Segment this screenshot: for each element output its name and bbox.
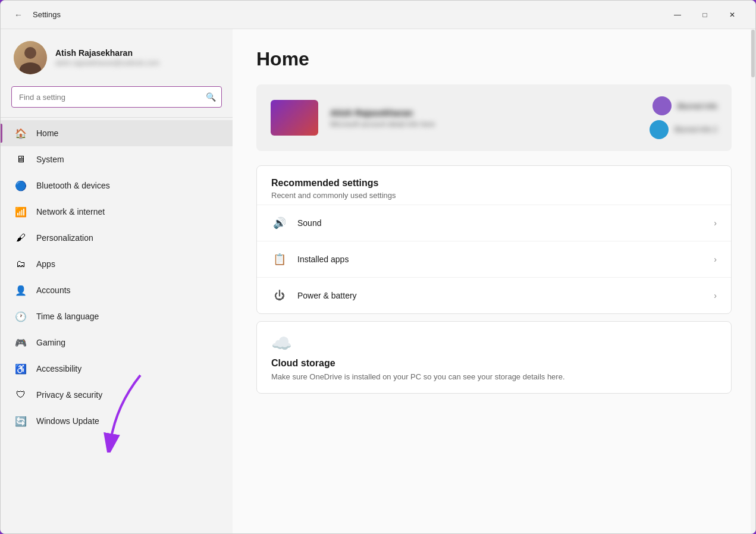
- power-label: Power & battery: [297, 291, 704, 300]
- maximize-button[interactable]: □: [691, 5, 719, 24]
- title-bar-left: ← Settings: [10, 7, 664, 23]
- privacy-icon: 🛡: [14, 388, 28, 402]
- avatar-image: [14, 41, 47, 74]
- sidebar-item-label-accessibility: Accessibility: [36, 364, 81, 373]
- window-title: Settings: [33, 10, 61, 19]
- recommended-title: Recommended settings: [271, 178, 717, 189]
- sidebar-item-label-home: Home: [36, 128, 58, 138]
- sidebar-item-label-apps: Apps: [36, 259, 55, 269]
- sidebar-item-network[interactable]: 📶Network & internet: [1, 199, 233, 225]
- sidebar-item-accounts[interactable]: 👤Accounts: [1, 277, 233, 303]
- main-layout: Atish Rajasekharan atish.rajasekharan@ou…: [1, 29, 755, 533]
- installed_apps-label: Installed apps: [297, 255, 704, 264]
- setting-row-power[interactable]: ⏻Power & battery›: [257, 277, 731, 313]
- accounts-icon: 👤: [14, 283, 28, 297]
- home-icon: 🏠: [14, 126, 28, 140]
- update-icon: 🔄: [14, 414, 28, 428]
- cloud-icon: ☁️: [271, 334, 717, 353]
- cloud-description: Make sure OneDrive is installed on your …: [271, 372, 717, 381]
- close-button[interactable]: ✕: [719, 5, 746, 24]
- gaming-icon: 🎮: [14, 335, 28, 350]
- sidebar-item-apps[interactable]: 🗂Apps: [1, 251, 233, 277]
- bluetooth-icon: 🔵: [14, 178, 28, 193]
- search-box: 🔍: [11, 86, 222, 108]
- sidebar-item-home[interactable]: 🏠Home: [1, 120, 233, 146]
- sound-label: Sound: [297, 218, 704, 228]
- sound-chevron-icon: ›: [714, 218, 717, 228]
- user-info: Atish Rajasekharan atish.rajasekharan@ou…: [55, 48, 219, 67]
- settings-rows-container: 🔊Sound›📋Installed apps›⏻Power & battery›: [257, 205, 731, 313]
- sidebar-item-personalization[interactable]: 🖌Personalization: [1, 225, 233, 251]
- sidebar-item-label-network: Network & internet: [36, 207, 105, 216]
- recommended-header: Recommended settings Recent and commonly…: [257, 166, 731, 205]
- sidebar-item-bluetooth[interactable]: 🔵Bluetooth & devices: [1, 172, 233, 199]
- nav-items-container: 🏠Home🖥System🔵Bluetooth & devices📶Network…: [1, 120, 233, 434]
- installed_apps-chevron-icon: ›: [714, 255, 717, 264]
- sidebar: Atish Rajasekharan atish.rajasekharan@ou…: [1, 29, 233, 533]
- apps-icon: 🗂: [14, 257, 28, 271]
- content-inner: Home Atish Rajasekharan Microsoft accoun…: [233, 29, 755, 420]
- accessibility-icon: ♿: [14, 362, 28, 376]
- profile-card-detail: Microsoft account detail info here: [330, 120, 638, 128]
- sidebar-divider: [1, 117, 233, 118]
- scrollbar-thumb[interactable]: [751, 30, 755, 77]
- sidebar-item-gaming[interactable]: 🎮Gaming: [1, 329, 233, 356]
- cloud-storage-card[interactable]: ☁️ Cloud storage Make sure OneDrive is i…: [256, 321, 732, 394]
- sidebar-item-label-privacy: Privacy & security: [36, 390, 102, 400]
- page-title: Home: [256, 48, 732, 70]
- main-content: Home Atish Rajasekharan Microsoft accoun…: [233, 29, 755, 533]
- personalization-icon: 🖌: [14, 231, 28, 245]
- minimize-button[interactable]: —: [664, 5, 691, 24]
- cloud-title: Cloud storage: [271, 358, 717, 369]
- sidebar-item-label-gaming: Gaming: [36, 338, 65, 347]
- avatar: [14, 41, 47, 74]
- back-button[interactable]: ←: [10, 7, 27, 23]
- profile-icon-2: [650, 120, 669, 139]
- power-chevron-icon: ›: [714, 291, 717, 300]
- installed_apps-icon: 📋: [271, 251, 288, 268]
- search-input[interactable]: [11, 86, 222, 108]
- user-name: Atish Rajasekharan: [55, 48, 219, 58]
- sidebar-item-label-time: Time & language: [36, 312, 99, 321]
- sidebar-item-privacy[interactable]: 🛡Privacy & security: [1, 382, 233, 408]
- recommended-settings-card: Recommended settings Recent and commonly…: [256, 165, 732, 314]
- profile-card-info: Atish Rajasekharan Microsoft account det…: [330, 108, 638, 128]
- profile-card-name: Atish Rajasekharan: [330, 108, 638, 118]
- settings-window: ← Settings — □ ✕ Atish Rajasekharan atis…: [0, 0, 756, 534]
- search-icon: 🔍: [206, 92, 216, 102]
- network-icon: 📶: [14, 205, 28, 219]
- sidebar-item-label-personalization: Personalization: [36, 233, 93, 243]
- title-bar-controls: — □ ✕: [664, 5, 746, 24]
- power-icon: ⏻: [271, 287, 288, 304]
- profile-card-badge-1: Blurred Info: [677, 102, 717, 111]
- sound-icon: 🔊: [271, 215, 288, 231]
- user-profile[interactable]: Atish Rajasekharan atish.rajasekharan@ou…: [1, 29, 233, 84]
- title-bar: ← Settings — □ ✕: [1, 1, 755, 29]
- sidebar-item-label-accounts: Accounts: [36, 285, 71, 295]
- profile-thumbnail: [271, 100, 318, 136]
- profile-card[interactable]: Atish Rajasekharan Microsoft account det…: [256, 84, 732, 151]
- sidebar-item-label-bluetooth: Bluetooth & devices: [36, 181, 110, 190]
- time-icon: 🕐: [14, 309, 28, 323]
- sidebar-item-time[interactable]: 🕐Time & language: [1, 303, 233, 329]
- scrollbar-track: [751, 29, 755, 533]
- profile-card-badge-2: Blurred Info 2: [675, 125, 717, 134]
- profile-card-right: Blurred Info Blurred Info 2: [650, 96, 717, 139]
- system-icon: 🖥: [14, 152, 28, 167]
- profile-icon-1: [653, 96, 672, 115]
- sidebar-item-label-update: Windows Update: [36, 416, 99, 426]
- setting-row-sound[interactable]: 🔊Sound›: [257, 205, 731, 241]
- user-email: atish.rajasekharan@outlook.com: [55, 59, 219, 67]
- setting-row-installed_apps[interactable]: 📋Installed apps›: [257, 241, 731, 277]
- sidebar-item-accessibility[interactable]: ♿Accessibility: [1, 356, 233, 382]
- sidebar-item-system[interactable]: 🖥System: [1, 146, 233, 172]
- recommended-subtitle: Recent and commonly used settings: [271, 191, 717, 200]
- sidebar-item-update[interactable]: 🔄Windows Update: [1, 408, 233, 434]
- sidebar-item-label-system: System: [36, 155, 64, 164]
